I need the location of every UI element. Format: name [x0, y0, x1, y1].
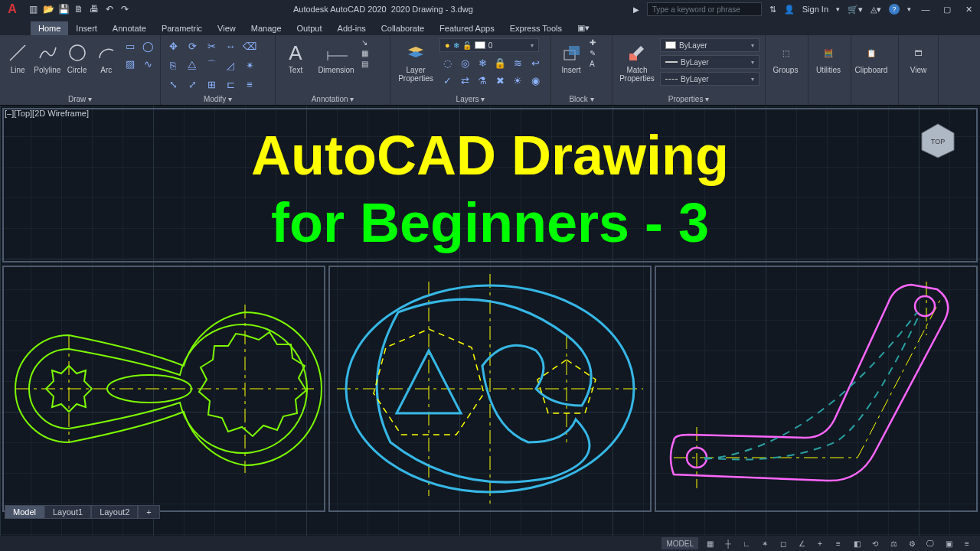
tool-match-properties[interactable]: Match Properties	[617, 38, 657, 83]
layer-chg-icon[interactable]: ⇄	[457, 73, 472, 88]
tab-annotate[interactable]: Annotate	[105, 21, 154, 35]
panel-title-draw[interactable]: Draw ▾	[5, 94, 155, 103]
tool-text[interactable]: A Text	[280, 38, 311, 74]
tool-mirror-icon[interactable]: ⧋	[185, 57, 200, 73]
layer-lock2-icon[interactable]: 🔒	[492, 55, 508, 70]
status-lwt-icon[interactable]: ≡	[831, 537, 845, 549]
panel-title-annotation[interactable]: Annotation ▾	[280, 94, 385, 103]
drawing-canvas[interactable]: [–][Top][2D Wireframe] AutoCAD Drawing f…	[0, 106, 980, 536]
panel-title-modify[interactable]: Modify ▾	[165, 94, 270, 103]
color-dropdown[interactable]: ByLayer	[660, 38, 760, 52]
tool-polyline[interactable]: Polyline	[34, 38, 60, 74]
tool-spline-icon[interactable]: ∿	[140, 56, 155, 71]
linetype-dropdown[interactable]: ByLayer	[660, 72, 760, 86]
tool-align-icon[interactable]: ≡	[242, 77, 257, 92]
tab-home[interactable]: Home	[31, 21, 68, 35]
layout-tab-model[interactable]: Model	[5, 505, 44, 519]
create-block-icon[interactable]: ✚	[590, 38, 596, 47]
status-dyn-icon[interactable]: +	[813, 537, 827, 549]
maximize-button[interactable]: ▢	[940, 2, 954, 16]
tab-output[interactable]: Output	[289, 21, 330, 35]
tool-rotate-icon[interactable]: ⟳	[185, 38, 200, 54]
qat-undo-icon[interactable]: ↶	[104, 4, 115, 15]
status-model-toggle[interactable]: MODEL	[662, 537, 698, 549]
tool-utilities[interactable]: 🧮Utilities	[813, 38, 844, 74]
status-ortho-icon[interactable]: ∟	[740, 537, 753, 549]
tool-move-icon[interactable]: ✥	[165, 38, 181, 54]
layout-tab-add[interactable]: +	[138, 505, 159, 519]
status-annoscale-icon[interactable]: ⚖	[887, 537, 900, 549]
status-otrack-icon[interactable]: ∠	[795, 537, 808, 549]
tool-dimension[interactable]: Dimension	[314, 38, 358, 74]
qat-plot-icon[interactable]: 🖶	[89, 4, 100, 15]
layer-uniso-icon[interactable]: ◉	[528, 73, 543, 88]
tool-hatch-icon[interactable]: ▨	[122, 56, 138, 71]
layout-tab-layout2[interactable]: Layout2	[91, 505, 138, 519]
tab-addins[interactable]: Add-ins	[330, 21, 374, 35]
tool-copy-icon[interactable]: ⎘	[165, 57, 181, 73]
tool-explode-icon[interactable]: ✴	[242, 57, 257, 73]
tool-offset-icon[interactable]: ⊏	[223, 77, 238, 92]
qat-new-icon[interactable]: ▥	[28, 4, 38, 15]
status-snap-icon[interactable]: ┼	[721, 537, 735, 549]
tool-fillet-icon[interactable]: ⌒	[204, 57, 219, 73]
minimize-button[interactable]: —	[919, 2, 933, 16]
status-monitor-icon[interactable]: 🖵	[923, 537, 937, 549]
status-transparency-icon[interactable]: ◧	[850, 537, 864, 549]
qat-save-icon[interactable]: 💾	[58, 4, 69, 15]
qat-saveas-icon[interactable]: 🗎	[74, 4, 84, 15]
user-icon[interactable]: 👤	[784, 5, 795, 15]
tool-line[interactable]: Line	[5, 38, 31, 74]
tool-leader-icon[interactable]: ↘	[361, 38, 368, 47]
panel-title-layers[interactable]: Layers ▾	[395, 94, 546, 103]
edit-block-icon[interactable]: ✎	[590, 49, 596, 57]
status-workspace-icon[interactable]: ⚙	[905, 537, 919, 549]
tool-array-icon[interactable]: ⊞	[204, 77, 219, 92]
tab-featured-apps[interactable]: Featured Apps	[432, 21, 502, 35]
tool-table-icon[interactable]: ▦	[361, 49, 368, 57]
qat-open-icon[interactable]: 📂	[43, 4, 54, 15]
tool-stretch-icon[interactable]: ⤡	[165, 77, 181, 92]
tool-mtext-icon[interactable]: ▤	[361, 60, 368, 68]
tool-circle[interactable]: Circle	[64, 38, 90, 74]
layout-tab-layout1[interactable]: Layout1	[44, 505, 91, 519]
layer-off-icon[interactable]: ◌	[439, 55, 455, 70]
status-grid-icon[interactable]: ▦	[703, 537, 717, 549]
layer-mrg-icon[interactable]: ⚗	[475, 73, 490, 88]
sign-in-link[interactable]: Sign In	[802, 5, 828, 14]
status-cycling-icon[interactable]: ⟲	[868, 537, 882, 549]
search-input[interactable]: Type a keyword or phrase	[647, 2, 762, 16]
status-polar-icon[interactable]: ✶	[758, 537, 772, 549]
layer-cur-icon[interactable]: ✓	[439, 73, 455, 88]
layer-del-icon[interactable]: ✖	[492, 73, 508, 88]
tool-ellipse-icon[interactable]: ◯	[140, 38, 155, 54]
panel-title-block[interactable]: Block ▾	[556, 94, 607, 103]
close-button[interactable]: ✕	[962, 2, 975, 16]
qat-redo-icon[interactable]: ↷	[119, 4, 130, 15]
viewport-controls[interactable]: [–][Top][2D Wireframe]	[5, 109, 89, 118]
tool-extend-icon[interactable]: ↔	[223, 38, 238, 54]
autodesk-app-icon[interactable]: ◬▾	[871, 5, 881, 15]
layer-on-icon[interactable]: ☀	[510, 73, 525, 88]
lineweight-dropdown[interactable]: ByLayer	[660, 55, 760, 69]
tool-groups[interactable]: ⬚Groups	[770, 38, 801, 74]
attr-block-icon[interactable]: A	[590, 60, 596, 68]
cart-icon[interactable]: 🛒▾	[848, 5, 863, 15]
tab-parametric[interactable]: Parametric	[154, 21, 210, 35]
layer-frz-icon[interactable]: ❄	[475, 55, 490, 70]
panel-title-properties[interactable]: Properties ▾	[617, 94, 760, 103]
tool-trim-icon[interactable]: ✂	[204, 38, 219, 54]
tab-manage[interactable]: Manage	[243, 21, 289, 35]
help-icon[interactable]: ?	[889, 4, 900, 15]
layer-dropdown[interactable]: ● ❄ 🔓 0	[439, 38, 539, 52]
tab-overflow[interactable]: ▣▾	[570, 21, 597, 35]
tab-collaborate[interactable]: Collaborate	[374, 21, 432, 35]
tab-view[interactable]: View	[210, 21, 243, 35]
tab-insert[interactable]: Insert	[68, 21, 105, 35]
tool-erase-icon[interactable]: ⌫	[242, 38, 257, 54]
tool-rectangle-icon[interactable]: ▭	[122, 38, 138, 54]
tab-express-tools[interactable]: Express Tools	[502, 21, 570, 35]
status-clean-icon[interactable]: ▣	[942, 537, 956, 549]
tool-chamfer-icon[interactable]: ◿	[223, 57, 238, 73]
layer-match-icon[interactable]: ≋	[510, 55, 525, 70]
